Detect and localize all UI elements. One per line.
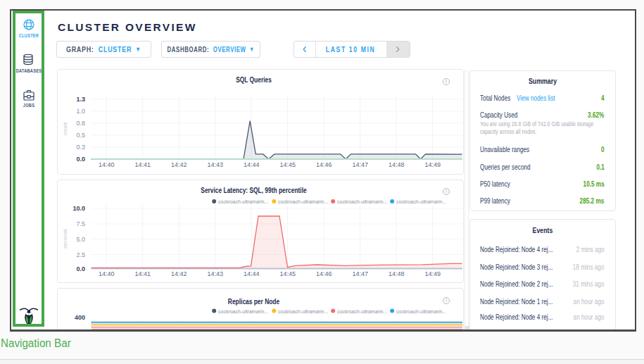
- svg-text:14:47: 14:47: [352, 270, 368, 277]
- svg-text:14:48: 14:48: [388, 270, 404, 277]
- svg-text:14:44: 14:44: [243, 270, 259, 277]
- svg-text:cockroach-ultramarin...: cockroach-ultramarin...: [218, 199, 268, 204]
- svg-text:14:45: 14:45: [279, 270, 296, 277]
- svg-text:14:41: 14:41: [134, 161, 151, 168]
- svg-text:14:48: 14:48: [388, 161, 404, 168]
- svg-text:cockroach-ultramarin...: cockroach-ultramarin...: [278, 199, 328, 204]
- svg-text:14:42: 14:42: [170, 161, 187, 168]
- svg-text:14:40: 14:40: [98, 161, 114, 168]
- svg-text:cockroach-ultramarin...: cockroach-ultramarin...: [396, 308, 446, 313]
- svg-text:count: count: [62, 121, 68, 134]
- svg-text:14:42: 14:42: [170, 270, 187, 277]
- svg-text:cockroach-ultramarin...: cockroach-ultramarin...: [396, 199, 446, 204]
- svg-text:14:45: 14:45: [279, 161, 296, 168]
- svg-text:seconds: seconds: [62, 228, 68, 248]
- svg-text:1.3: 1.3: [76, 96, 85, 103]
- svg-text:14:41: 14:41: [134, 270, 151, 277]
- svg-text:10.0: 10.0: [72, 205, 85, 212]
- svg-text:cockroach-ultramarin...: cockroach-ultramarin...: [218, 308, 268, 313]
- svg-text:0.8: 0.8: [76, 120, 85, 127]
- svg-text:14:44: 14:44: [243, 161, 259, 168]
- svg-text:14:43: 14:43: [207, 161, 223, 168]
- svg-text:14:46: 14:46: [315, 161, 332, 168]
- svg-text:14:46: 14:46: [315, 270, 332, 277]
- svg-text:0.0: 0.0: [76, 265, 85, 272]
- svg-text:1.0: 1.0: [76, 108, 85, 115]
- svg-text:0.0: 0.0: [76, 156, 85, 163]
- svg-text:0.3: 0.3: [76, 144, 85, 151]
- svg-text:0.5: 0.5: [76, 132, 85, 139]
- svg-text:cockroach-ultramarin...: cockroach-ultramarin...: [278, 308, 328, 313]
- svg-text:5.0: 5.0: [76, 235, 85, 242]
- svg-text:14:43: 14:43: [207, 270, 223, 277]
- svg-text:2.5: 2.5: [76, 251, 85, 258]
- svg-text:14:49: 14:49: [424, 270, 441, 277]
- svg-text:14:49: 14:49: [424, 161, 441, 168]
- svg-text:14:47: 14:47: [352, 161, 368, 168]
- svg-text:cockroach-ultramarin...: cockroach-ultramarin...: [337, 199, 387, 204]
- svg-text:400: 400: [74, 314, 84, 321]
- svg-text:7.5: 7.5: [76, 220, 85, 227]
- svg-text:cockroach-ultramarin...: cockroach-ultramarin...: [337, 308, 387, 313]
- svg-text:14:40: 14:40: [98, 270, 114, 277]
